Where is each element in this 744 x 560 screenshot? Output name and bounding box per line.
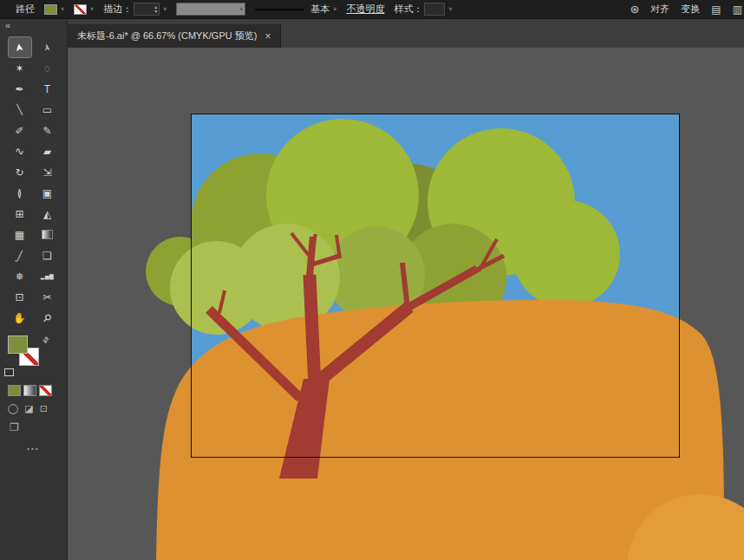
blend-tool-icon: ❏ <box>42 251 52 261</box>
artwork-svg <box>68 48 744 560</box>
stroke-color-dropdown[interactable]: ˅ <box>74 4 94 15</box>
direct-selection-tool-button[interactable]: ➢ <box>36 37 59 57</box>
draw-behind-icon[interactable]: ◪ <box>24 404 33 413</box>
width-tool-icon: ≬ <box>17 188 23 199</box>
recolor-artwork-icon[interactable]: ⊛ <box>630 3 639 16</box>
chevron-down-icon: ˅ <box>239 6 243 12</box>
document-tab[interactable]: 未标题-6.ai* @ 66.67% (CMYK/GPU 预览) × <box>68 24 281 48</box>
rectangle-tool-button[interactable]: ▭ <box>36 100 59 120</box>
style-label: 样式： <box>394 3 422 16</box>
lasso-tool-button[interactable]: ◌ <box>36 58 59 78</box>
gradient-tool-button[interactable] <box>36 225 59 244</box>
hand-tool-icon: ✋ <box>13 313 26 323</box>
width-tool-button[interactable]: ≬ <box>9 183 31 203</box>
swap-fill-stroke-icon[interactable]: ⇄ <box>41 335 51 345</box>
symbol-sprayer-tool-icon: ✵ <box>15 271 23 282</box>
distribute-objects-icon[interactable]: ▥ <box>733 3 742 16</box>
direct-selection-tool-icon: ➢ <box>42 42 54 53</box>
free-transform-tool-icon: ▣ <box>42 188 52 199</box>
draw-normal-icon[interactable]: ◯ <box>8 404 18 413</box>
collapse-panel-icon[interactable]: « <box>5 20 10 30</box>
fill-color-swatch[interactable] <box>44 4 57 15</box>
perspective-grid-tool-icon: ◭ <box>43 209 51 219</box>
default-fill-stroke-icon[interactable] <box>4 368 14 376</box>
line-segment-tool-button[interactable]: ╲ <box>9 100 31 120</box>
close-tab-icon[interactable]: × <box>264 30 271 42</box>
align-label[interactable]: 对齐 <box>650 3 669 16</box>
eraser-tool-icon: ▰ <box>43 147 51 157</box>
chevron-down-icon: ˅ <box>90 6 94 12</box>
zoom-tool-icon: ⚲ <box>41 311 54 324</box>
screen-mode-icon[interactable]: ❐ <box>10 421 19 433</box>
shape-builder-tool-button[interactable]: ⊞ <box>9 204 31 224</box>
brush-definition-dropdown[interactable]: 基本 ˅ <box>255 3 336 16</box>
gradient-button[interactable] <box>23 385 36 396</box>
opacity-link[interactable]: 不透明度 <box>346 3 384 16</box>
brush-stroke-preview <box>255 9 303 10</box>
magic-wand-tool-icon: ✶ <box>15 63 23 74</box>
pencil-tool-button[interactable]: ✎ <box>36 120 59 140</box>
mesh-tool-button[interactable]: ▦ <box>9 225 31 244</box>
none-button[interactable] <box>39 385 52 396</box>
eyedropper-tool-button[interactable]: ⌡ <box>9 245 31 265</box>
shaper-tool-icon: ∿ <box>15 146 24 157</box>
type-tool-button[interactable]: T <box>36 79 59 99</box>
transform-label[interactable]: 变换 <box>681 3 700 16</box>
perspective-grid-tool-button[interactable]: ◭ <box>36 204 59 224</box>
tool-grid: ➤➢✶◌✒T╲▭✐✎∿▰↻⇲≬▣⊞◭▦⌡❏✵▂▅▇⊡✂✋⚲ <box>0 37 67 328</box>
draw-inside-icon[interactable]: ⊡ <box>40 404 48 413</box>
foliage-blob[interactable] <box>512 200 620 308</box>
slice-tool-button[interactable]: ✂ <box>36 287 59 307</box>
slice-tool-icon: ✂ <box>42 292 51 303</box>
eyedropper-tool-icon: ⌡ <box>14 249 25 262</box>
lasso-tool-icon: ◌ <box>44 63 50 74</box>
rotate-tool-button[interactable]: ↻ <box>9 162 31 182</box>
chevron-down-icon: ˅ <box>333 6 336 12</box>
stepper-arrows-icon[interactable]: ▴▾ <box>154 5 159 14</box>
pencil-tool-icon: ✎ <box>42 126 51 136</box>
scale-tool-button[interactable]: ⇲ <box>36 162 59 182</box>
rectangle-tool-icon: ▭ <box>42 105 52 115</box>
stroke-none-swatch[interactable] <box>74 4 87 15</box>
graphic-style-dropdown[interactable] <box>424 3 445 16</box>
selection-tool-button[interactable]: ➤ <box>9 37 31 57</box>
eraser-tool-button[interactable]: ▰ <box>36 141 59 161</box>
artboard-tool-icon: ⊡ <box>15 292 23 303</box>
mesh-tool-icon: ▦ <box>15 230 24 240</box>
tools-panel: « ➤➢✶◌✒T╲▭✐✎∿▰↻⇲≬▣⊞◭▦⌡❏✵▂▅▇⊡✂✋⚲ ⇄ ◯ ◪ ⊡ <box>0 19 68 560</box>
stroke-weight-input[interactable]: ▴▾ <box>134 3 160 16</box>
control-bar: 路径 ˅ ˅ 描边： ▴▾ ˅ ˅ 基本 ˅ 不透明度 <box>0 0 744 19</box>
selection-tool-icon: ➤ <box>14 42 26 53</box>
chevron-down-icon: ˅ <box>448 6 452 12</box>
color-button[interactable] <box>8 385 21 396</box>
fill-stroke-indicator: ⇄ <box>0 335 67 381</box>
symbol-sprayer-tool-button[interactable]: ✵ <box>9 266 31 286</box>
pen-tool-icon: ✒ <box>15 84 23 94</box>
align-objects-icon[interactable]: ▤ <box>711 3 721 16</box>
zoom-tool-button[interactable]: ⚲ <box>36 308 59 328</box>
fill-swatch[interactable] <box>8 335 28 354</box>
magic-wand-tool-button[interactable]: ✶ <box>9 58 31 78</box>
rotate-tool-icon: ↻ <box>15 167 23 178</box>
chevron-down-icon: ˅ <box>61 6 64 12</box>
paintbrush-tool-icon: ✐ <box>15 126 23 136</box>
stroke-weight-dropdown-icon[interactable]: ˅ <box>163 6 166 12</box>
column-graph-tool-button[interactable]: ▂▅▇ <box>36 266 59 286</box>
artboard-tool-button[interactable]: ⊡ <box>9 287 31 307</box>
blend-tool-button[interactable]: ❏ <box>36 245 59 265</box>
hand-tool-button[interactable]: ✋ <box>9 308 31 328</box>
illustrator-window: 路径 ˅ ˅ 描边： ▴▾ ˅ ˅ 基本 ˅ 不透明度 <box>0 0 744 560</box>
selection-type-label: 路径 <box>16 3 35 16</box>
toolbar-overflow-dots[interactable]: ••• <box>0 445 67 453</box>
canvas-area[interactable] <box>68 48 744 560</box>
drawing-modes-row: ◯ ◪ ⊡ <box>0 404 67 413</box>
shaper-tool-button[interactable]: ∿ <box>9 141 31 161</box>
document-tab-title: 未标题-6.ai* @ 66.67% (CMYK/GPU 预览) <box>77 29 257 42</box>
pen-tool-button[interactable]: ✒ <box>9 79 31 99</box>
line-segment-tool-icon: ╲ <box>16 105 23 114</box>
paint-buttons-row <box>0 385 67 396</box>
paintbrush-tool-button[interactable]: ✐ <box>9 120 31 140</box>
variable-width-profile-dropdown[interactable]: ˅ <box>176 3 245 16</box>
free-transform-tool-button[interactable]: ▣ <box>36 183 59 203</box>
fill-color-dropdown[interactable]: ˅ <box>44 4 64 15</box>
